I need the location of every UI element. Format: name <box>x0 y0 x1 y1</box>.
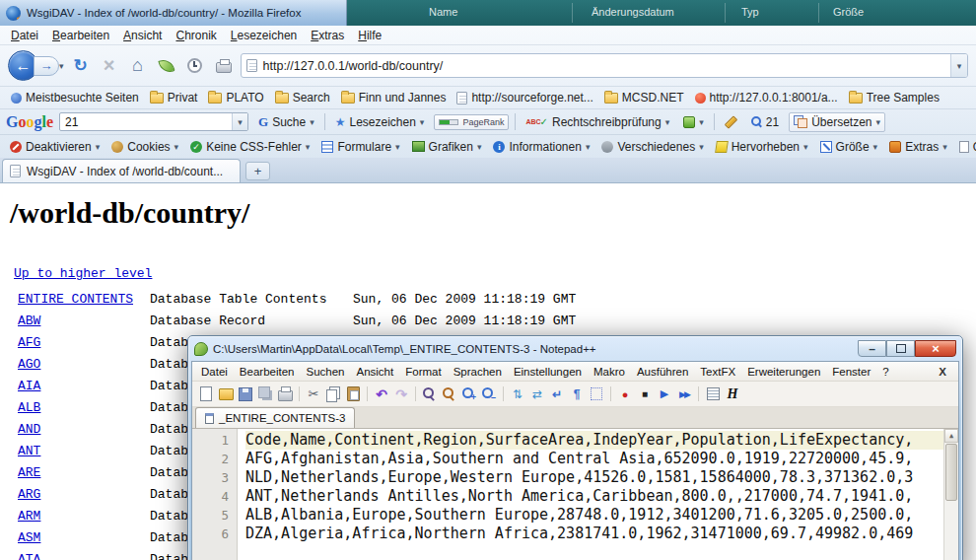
npp-menu-format[interactable]: Format <box>399 364 447 380</box>
entry-link[interactable]: ARM <box>18 507 150 528</box>
stop-button[interactable] <box>98 53 121 79</box>
replace-icon[interactable] <box>441 385 458 402</box>
notepad-titlebar[interactable]: C:\Users\Martin\AppData\Local\Temp\_ENTI… <box>191 336 959 361</box>
bookmark-privat[interactable]: Privat <box>145 89 203 106</box>
pagerank-indicator[interactable]: PageRank <box>434 114 509 130</box>
entry-link[interactable]: AGO <box>18 355 150 377</box>
redo-icon[interactable] <box>392 385 410 402</box>
entry-link[interactable]: AFG <box>18 333 150 355</box>
menu-hilfe[interactable]: Hilfe <box>351 27 388 44</box>
npp-menu-einstellungen[interactable]: Einstellungen <box>508 364 588 380</box>
explorer-column-modified[interactable]: Änderungsdatum <box>592 6 674 18</box>
undo-icon[interactable] <box>373 385 390 402</box>
webdev-css[interactable]: Keine CSS-Fehler <box>184 138 315 156</box>
indent-guide-icon[interactable] <box>588 385 605 402</box>
zoom-in-icon[interactable] <box>460 385 478 402</box>
close-document-x[interactable]: X <box>930 366 955 378</box>
reload-button[interactable] <box>69 53 93 79</box>
bookmark-sourceforge[interactable]: http://sourceforge.net... <box>452 89 597 106</box>
menu-ansicht[interactable]: Ansicht <box>116 27 169 44</box>
print-button[interactable] <box>212 53 236 79</box>
google-search-box[interactable]: 21 <box>59 112 248 131</box>
forward-button[interactable] <box>34 56 59 76</box>
webdev-forms[interactable]: Formulare <box>315 138 405 156</box>
menu-chronik[interactable]: Chronik <box>169 27 223 44</box>
new-tab-button[interactable]: + <box>245 162 270 180</box>
entry-link[interactable]: ANT <box>18 442 150 463</box>
webdev-disable[interactable]: Deaktivieren <box>4 138 105 156</box>
npp-menu-ansicht[interactable]: Ansicht <box>351 364 400 380</box>
translate-button[interactable]: Übersetzen <box>789 112 885 132</box>
entry-link[interactable]: ARE <box>18 463 150 485</box>
webdev-tools[interactable]: Extras <box>883 138 953 156</box>
editor-scrollbar[interactable] <box>943 429 958 560</box>
entry-link[interactable]: AIA <box>18 377 150 398</box>
entry-link[interactable]: ASM <box>18 528 150 550</box>
bookmark-search[interactable]: Search <box>270 89 335 106</box>
npp-menu-ausfuehren[interactable]: Ausführen <box>631 364 694 380</box>
save-icon[interactable] <box>237 385 254 402</box>
cut-icon[interactable] <box>305 385 322 402</box>
feed-button[interactable] <box>155 53 178 79</box>
npp-menu-sprachen[interactable]: Sprachen <box>448 364 508 380</box>
play-macro-icon[interactable] <box>656 385 673 402</box>
edit-button[interactable] <box>721 113 741 130</box>
stop-macro-icon[interactable] <box>636 385 654 402</box>
npp-menu-textfx[interactable]: TextFX <box>694 364 741 380</box>
webdev-resize[interactable]: Größe <box>814 138 884 156</box>
webdev-information[interactable]: Informationen <box>487 138 595 156</box>
bookmark-mcsd-net[interactable]: MCSD.NET <box>599 89 689 106</box>
google-search-dropdown[interactable] <box>232 113 247 130</box>
show-all-characters-icon[interactable] <box>568 385 586 402</box>
copy-icon[interactable] <box>324 385 342 402</box>
bookmark-tree-samples[interactable]: Tree Samples <box>844 89 944 106</box>
entry-link[interactable]: ABW <box>18 312 150 333</box>
back-forward-dropdown-icon[interactable] <box>59 61 64 71</box>
home-button[interactable] <box>126 53 150 79</box>
open-file-icon[interactable] <box>217 385 235 402</box>
entry-link[interactable]: AND <box>18 420 150 442</box>
explorer-column-size[interactable]: Größe <box>833 6 864 18</box>
doc-switcher-icon[interactable] <box>704 385 722 402</box>
entry-link[interactable]: ENTIRE CONTENTS <box>18 290 150 312</box>
entry-link[interactable]: ALB <box>18 398 150 420</box>
maximize-button[interactable] <box>886 340 915 357</box>
webdev-cookies[interactable]: Cookies <box>105 138 184 156</box>
up-link[interactable]: Up to higher level <box>14 266 152 281</box>
explorer-column-type[interactable]: Typ <box>741 6 759 18</box>
scrollbar-thumb[interactable] <box>945 444 957 501</box>
autofill-button[interactable] <box>679 114 708 130</box>
tab-wsgidav[interactable]: WsgiDAV - Index of /world-db/count... <box>2 159 241 182</box>
menu-extras[interactable]: Extras <box>304 27 351 44</box>
history-button[interactable] <box>183 53 207 79</box>
menu-lesezeichen[interactable]: Lesezeichen <box>224 27 304 44</box>
bookmark-finn-und-jannes[interactable]: Finn und Jannes <box>336 89 452 106</box>
npp-menu-help[interactable]: ? <box>876 364 894 380</box>
entry-link[interactable]: ATA <box>18 550 150 560</box>
run-macro-multiple-icon[interactable] <box>675 385 693 402</box>
menu-bearbeiten[interactable]: Bearbeiten <box>45 27 116 44</box>
print-icon[interactable] <box>276 385 294 402</box>
google-bookmarks-button[interactable]: Lesezeichen <box>331 113 429 131</box>
firefox-titlebar[interactable]: WsgiDAV - Index of /world-db/country/ - … <box>0 0 347 26</box>
entry-link[interactable]: ARG <box>18 485 150 507</box>
webdev-images[interactable]: Grafiken <box>406 138 488 156</box>
highlight-term-button[interactable]: 21 <box>747 113 783 131</box>
url-bar[interactable]: http://127.0.0.1/world-db/country/ <box>241 53 968 78</box>
npp-menu-makro[interactable]: Makro <box>588 364 631 380</box>
scroll-up-icon[interactable] <box>944 429 958 443</box>
sync-scroll-vertical-icon[interactable] <box>509 385 526 402</box>
npp-menu-suchen[interactable]: Suchen <box>300 364 350 380</box>
editor-text-area[interactable]: Code,Name,Continent,Region,SurfaceArea,I… <box>238 429 943 560</box>
menu-datei[interactable]: Datei <box>4 27 45 44</box>
npp-menu-datei[interactable]: Datei <box>195 364 234 380</box>
webdev-outline[interactable]: Hervorheben <box>710 138 814 156</box>
google-search-button[interactable]: Suche <box>254 112 318 132</box>
npp-menu-bearbeiten[interactable]: Bearbeiten <box>234 364 301 380</box>
html-preview-icon[interactable] <box>724 385 741 402</box>
paste-icon[interactable] <box>344 385 362 402</box>
record-macro-icon[interactable] <box>616 385 634 402</box>
close-button[interactable] <box>915 340 956 357</box>
find-icon[interactable] <box>421 385 439 402</box>
bookmark-localhost-8001[interactable]: http://127.0.0.1:8001/a... <box>690 89 843 106</box>
